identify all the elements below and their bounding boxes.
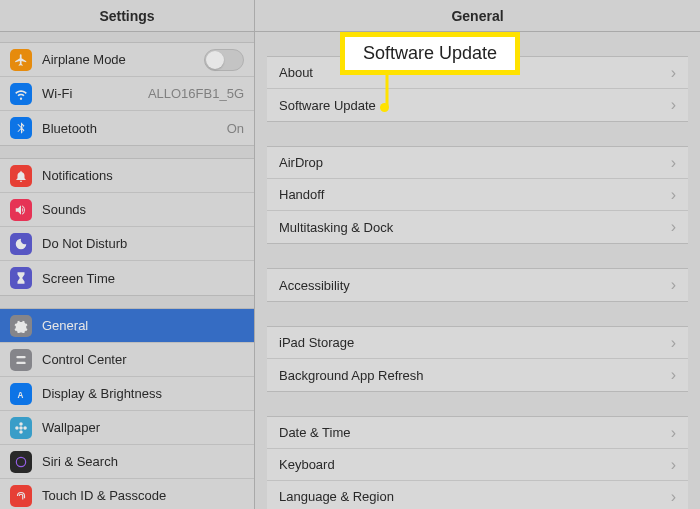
bluetooth-value: On xyxy=(227,121,244,136)
sidebar-item-siri-search[interactable]: Siri & Search xyxy=(0,445,254,479)
sidebar-item-touch-id-passcode[interactable]: Touch ID & Passcode xyxy=(0,479,254,509)
sidebar-item-general[interactable]: General xyxy=(0,309,254,343)
callout-box: Software Update xyxy=(340,32,520,75)
sidebar-item-wallpaper[interactable]: Wallpaper xyxy=(0,411,254,445)
chevron-right-icon: › xyxy=(671,276,676,294)
row-label: Software Update xyxy=(279,98,671,113)
wifi-icon xyxy=(10,83,32,105)
row-keyboard[interactable]: Keyboard › xyxy=(267,449,688,481)
chevron-right-icon: › xyxy=(671,424,676,442)
svg-rect-1 xyxy=(16,361,25,363)
main-header: General xyxy=(255,0,700,32)
settings-sidebar: Settings Airplane Mode Wi-Fi ALLO16FB1_5… xyxy=(0,0,255,509)
svg-point-8 xyxy=(16,457,25,466)
row-accessibility[interactable]: Accessibility › xyxy=(267,269,688,301)
sidebar-item-notifications[interactable]: Notifications xyxy=(0,159,254,193)
sidebar-item-wifi[interactable]: Wi-Fi ALLO16FB1_5G xyxy=(0,77,254,111)
callout-dot xyxy=(380,103,389,112)
chevron-right-icon: › xyxy=(671,154,676,172)
sidebar-item-label: Wallpaper xyxy=(42,420,244,435)
row-airdrop[interactable]: AirDrop › xyxy=(267,147,688,179)
sidebar-item-control-center[interactable]: Control Center xyxy=(0,343,254,377)
general-panel: General About › Software Update › AirDro… xyxy=(255,0,700,509)
row-label: Date & Time xyxy=(279,425,671,440)
sidebar-item-label: General xyxy=(42,318,244,333)
row-language-region[interactable]: Language & Region › xyxy=(267,481,688,509)
row-label: AirDrop xyxy=(279,155,671,170)
chevron-right-icon: › xyxy=(671,334,676,352)
sidebar-item-label: Wi-Fi xyxy=(42,86,148,101)
svg-point-3 xyxy=(19,426,23,430)
sidebar-item-airplane-mode[interactable]: Airplane Mode xyxy=(0,43,254,77)
sidebar-item-display-brightness[interactable]: A Display & Brightness xyxy=(0,377,254,411)
sidebar-item-screen-time[interactable]: Screen Time xyxy=(0,261,254,295)
flower-icon xyxy=(10,417,32,439)
row-label: Handoff xyxy=(279,187,671,202)
airplane-icon xyxy=(10,49,32,71)
wifi-value: ALLO16FB1_5G xyxy=(148,86,244,101)
chevron-right-icon: › xyxy=(671,186,676,204)
svg-point-4 xyxy=(19,422,23,426)
callout-line xyxy=(385,74,389,107)
row-label: Accessibility xyxy=(279,278,671,293)
chevron-right-icon: › xyxy=(671,488,676,506)
moon-icon xyxy=(10,233,32,255)
sidebar-header: Settings xyxy=(0,0,254,32)
sidebar-item-label: Bluetooth xyxy=(42,121,227,136)
sidebar-item-label: Display & Brightness xyxy=(42,386,244,401)
row-label: Keyboard xyxy=(279,457,671,472)
row-background-app-refresh[interactable]: Background App Refresh › xyxy=(267,359,688,391)
sidebar-item-label: Notifications xyxy=(42,168,244,183)
chevron-right-icon: › xyxy=(671,456,676,474)
chevron-right-icon: › xyxy=(671,366,676,384)
row-label: Language & Region xyxy=(279,489,671,504)
airplane-toggle[interactable] xyxy=(204,49,244,71)
bell-icon xyxy=(10,165,32,187)
sidebar-item-label: Airplane Mode xyxy=(42,52,204,67)
row-label: Multitasking & Dock xyxy=(279,220,671,235)
sidebar-item-label: Control Center xyxy=(42,352,244,367)
sidebar-item-label: Siri & Search xyxy=(42,454,244,469)
sidebar-item-label: Sounds xyxy=(42,202,244,217)
callout-text: Software Update xyxy=(363,43,497,63)
display-icon: A xyxy=(10,383,32,405)
row-handoff[interactable]: Handoff › xyxy=(267,179,688,211)
siri-icon xyxy=(10,451,32,473)
switches-icon xyxy=(10,349,32,371)
row-software-update[interactable]: Software Update › xyxy=(267,89,688,121)
speaker-icon xyxy=(10,199,32,221)
row-date-time[interactable]: Date & Time › xyxy=(267,417,688,449)
sidebar-item-bluetooth[interactable]: Bluetooth On xyxy=(0,111,254,145)
chevron-right-icon: › xyxy=(671,64,676,82)
hourglass-icon xyxy=(10,267,32,289)
svg-point-5 xyxy=(19,430,23,434)
bluetooth-icon xyxy=(10,117,32,139)
chevron-right-icon: › xyxy=(671,218,676,236)
sidebar-item-label: Touch ID & Passcode xyxy=(42,488,244,503)
sidebar-item-do-not-disturb[interactable]: Do Not Disturb xyxy=(0,227,254,261)
sidebar-item-sounds[interactable]: Sounds xyxy=(0,193,254,227)
sidebar-item-label: Screen Time xyxy=(42,271,244,286)
sidebar-item-label: Do Not Disturb xyxy=(42,236,244,251)
sidebar-title: Settings xyxy=(99,8,154,24)
row-label: iPad Storage xyxy=(279,335,671,350)
svg-rect-0 xyxy=(16,355,25,357)
main-title: General xyxy=(451,8,503,24)
row-label: Background App Refresh xyxy=(279,368,671,383)
fingerprint-icon xyxy=(10,485,32,507)
gear-icon xyxy=(10,315,32,337)
row-multitasking-dock[interactable]: Multitasking & Dock › xyxy=(267,211,688,243)
row-ipad-storage[interactable]: iPad Storage › xyxy=(267,327,688,359)
svg-point-7 xyxy=(23,426,27,430)
chevron-right-icon: › xyxy=(671,96,676,114)
svg-text:A: A xyxy=(18,390,24,399)
svg-point-6 xyxy=(15,426,18,430)
